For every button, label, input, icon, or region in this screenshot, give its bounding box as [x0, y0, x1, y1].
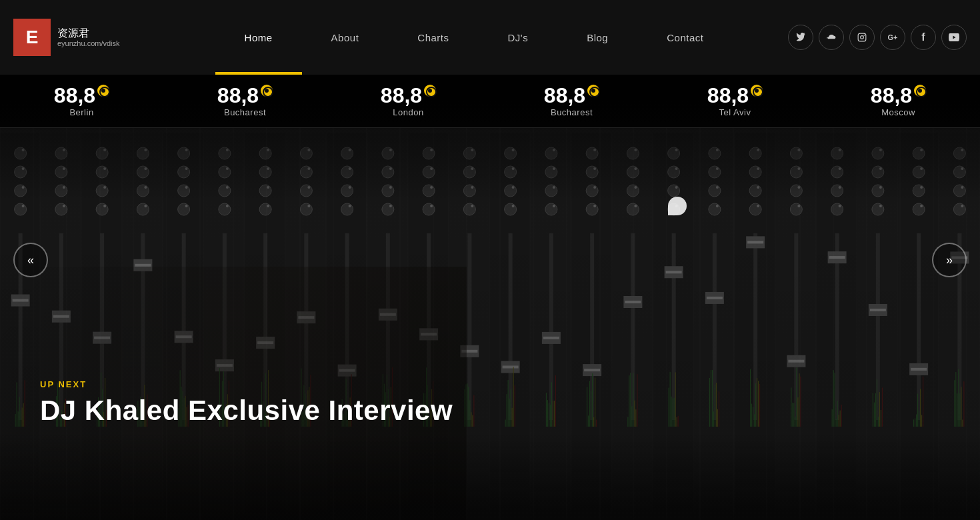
station-frequency: 88,8 [54, 85, 109, 106]
twitter-button[interactable] [788, 25, 813, 50]
nav-about[interactable]: About [302, 0, 389, 75]
station-item: 88,8 Berlin [54, 85, 109, 117]
next-slide-button[interactable]: » [932, 243, 967, 277]
instagram-button[interactable] [849, 25, 875, 50]
googleplus-button[interactable]: G+ [880, 25, 905, 50]
facebook-button[interactable]: f [911, 25, 936, 50]
svg-point-2 [863, 35, 865, 36]
prev-slide-button[interactable]: « [13, 243, 48, 277]
nav-charts[interactable]: Charts [388, 0, 478, 75]
nav-home[interactable]: Home [215, 0, 302, 75]
logo-url: eyunzhu.com/vdisk [57, 39, 120, 48]
up-next-title: DJ Khaled Exclusive Interview [40, 395, 453, 427]
nav-contact[interactable]: Contact [637, 0, 733, 75]
station-city: Berlin [69, 107, 93, 117]
nav-blog[interactable]: Blog [557, 0, 637, 75]
fm-icon [751, 85, 763, 97]
logo-chinese: 资源君 [57, 27, 120, 39]
up-next-section: UP NEXT DJ Khaled Exclusive Interview [40, 379, 453, 427]
station-city: Bucharest [551, 107, 593, 117]
fm-icon [261, 85, 273, 97]
soundcloud-button[interactable] [819, 25, 844, 50]
youtube-button[interactable] [941, 25, 967, 50]
fm-icon [424, 85, 436, 97]
logo-area: E 资源君 eyunzhu.com/vdisk [13, 19, 160, 56]
main-nav: Home About Charts DJ's Blog Contact [215, 0, 733, 75]
station-bar: 88,8 Berlin 88,8 Bucharest 88,8 London 8… [0, 75, 980, 128]
svg-rect-0 [858, 33, 866, 41]
up-next-label: UP NEXT [40, 379, 453, 389]
station-item: 88,8 Tel Aviv [707, 85, 763, 117]
station-city: Tel Aviv [719, 107, 751, 117]
station-frequency: 88,8 [544, 85, 599, 106]
station-item: 88,8 Bucharest [544, 85, 599, 117]
logo-letter: E [26, 27, 39, 48]
nav-djs[interactable]: DJ's [478, 0, 557, 75]
fm-icon [914, 85, 926, 97]
station-frequency: 88,8 [381, 85, 436, 106]
logo-icon: E [13, 19, 51, 56]
social-icons-group: G+ f [788, 25, 967, 50]
station-item: 88,8 Bucharest [217, 85, 273, 117]
station-city: Bucharest [224, 107, 266, 117]
site-header: E 资源君 eyunzhu.com/vdisk Home About Chart… [0, 0, 980, 75]
station-item: 88,8 Moscow [871, 85, 926, 117]
station-frequency: 88,8 [707, 85, 763, 106]
chat-bubble-icon [668, 197, 687, 215]
station-item: 88,8 London [381, 85, 436, 117]
fm-icon [97, 85, 109, 97]
station-city: London [393, 107, 423, 117]
svg-point-1 [861, 36, 864, 39]
station-frequency: 88,8 [217, 85, 273, 106]
fm-icon [587, 85, 599, 97]
station-city: Moscow [881, 107, 915, 117]
station-frequency: 88,8 [871, 85, 926, 106]
logo-text: 资源君 eyunzhu.com/vdisk [57, 27, 120, 48]
